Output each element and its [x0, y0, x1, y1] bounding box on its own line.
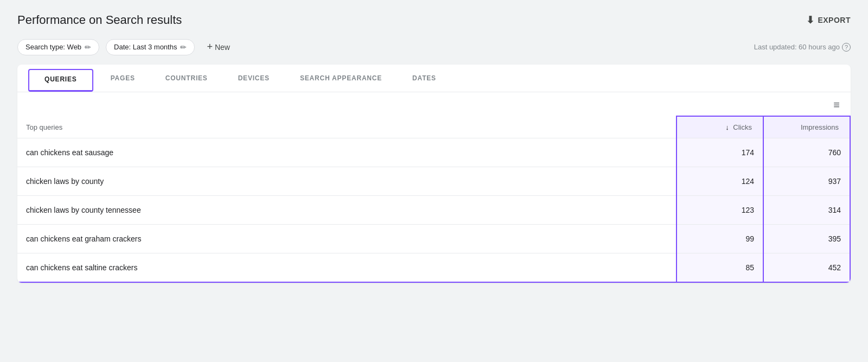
- table-row: chicken laws by county tennessee 123 314: [17, 196, 850, 225]
- new-label: New: [215, 43, 230, 52]
- search-type-filter[interactable]: Search type: Web ✏: [17, 39, 99, 55]
- tab-pages[interactable]: PAGES: [95, 65, 150, 92]
- table-row: can chickens eat sausage 174 760: [17, 138, 850, 167]
- last-updated: Last updated: 60 hours ago ?: [754, 43, 851, 52]
- impressions-cell: 760: [763, 138, 850, 167]
- tab-queries[interactable]: QUERIES: [28, 69, 93, 92]
- impressions-cell: 937: [763, 167, 850, 196]
- tab-countries[interactable]: COUNTRIES: [150, 65, 223, 92]
- query-cell: can chickens eat graham crackers: [17, 225, 676, 253]
- tab-navigation: QUERIES PAGES COUNTRIES DEVICES SEARCH A…: [17, 65, 851, 92]
- tab-dates[interactable]: DATES: [397, 65, 451, 92]
- query-cell: chicken laws by county tennessee: [17, 196, 676, 225]
- search-type-label: Search type: Web: [25, 43, 81, 51]
- query-cell: can chickens eat sausage: [17, 138, 676, 167]
- date-filter[interactable]: Date: Last 3 months ✏: [106, 39, 195, 55]
- clicks-column-label: Clicks: [733, 123, 752, 131]
- help-icon[interactable]: ?: [842, 43, 851, 52]
- main-card: QUERIES PAGES COUNTRIES DEVICES SEARCH A…: [17, 65, 851, 283]
- table-header-row: Top queries ↓ Clicks Impressions: [17, 116, 850, 138]
- clicks-cell: 85: [676, 253, 763, 283]
- page-title: Performance on Search results: [17, 13, 182, 27]
- clicks-cell: 123: [676, 196, 763, 225]
- search-type-edit-icon: ✏: [85, 43, 91, 52]
- filter-icon: ≡: [833, 99, 840, 111]
- table-row: can chickens eat saltine crackers 85 452: [17, 253, 850, 283]
- impressions-cell: 314: [763, 196, 850, 225]
- top-queries-label: Top queries: [26, 123, 62, 131]
- new-button[interactable]: + New: [201, 38, 235, 56]
- query-cell: can chickens eat saltine crackers: [17, 253, 676, 283]
- impressions-column-label: Impressions: [801, 123, 839, 131]
- export-label: EXPORT: [818, 16, 851, 24]
- table-toolbar: ≡: [17, 92, 851, 116]
- impressions-cell: 395: [763, 225, 850, 253]
- tab-devices[interactable]: DEVICES: [223, 65, 285, 92]
- impressions-cell: 452: [763, 253, 850, 283]
- col-header-query: Top queries: [17, 116, 676, 138]
- table-row: chicken laws by county 124 937: [17, 167, 850, 196]
- date-label: Date: Last 3 months: [114, 43, 177, 51]
- query-cell: chicken laws by county: [17, 167, 676, 196]
- clicks-cell: 174: [676, 138, 763, 167]
- table-row: can chickens eat graham crackers 99 395: [17, 225, 850, 253]
- clicks-cell: 124: [676, 167, 763, 196]
- clicks-cell: 99: [676, 225, 763, 253]
- date-edit-icon: ✏: [180, 43, 187, 52]
- col-header-clicks[interactable]: ↓ Clicks: [676, 116, 763, 138]
- plus-icon: +: [207, 41, 213, 53]
- col-header-impressions[interactable]: Impressions: [763, 116, 850, 138]
- sort-arrow-icon: ↓: [725, 123, 729, 131]
- table-body: can chickens eat sausage 174 760 chicken…: [17, 138, 850, 283]
- table-filter-button[interactable]: ≡: [833, 99, 840, 111]
- tab-search-appearance[interactable]: SEARCH APPEARANCE: [285, 65, 397, 92]
- filters-bar: Search type: Web ✏ Date: Last 3 months ✏…: [17, 38, 235, 56]
- export-icon: ⬇: [806, 14, 815, 26]
- queries-table: Top queries ↓ Clicks Impressions can chi…: [17, 116, 851, 283]
- export-button[interactable]: ⬇ EXPORT: [806, 14, 851, 26]
